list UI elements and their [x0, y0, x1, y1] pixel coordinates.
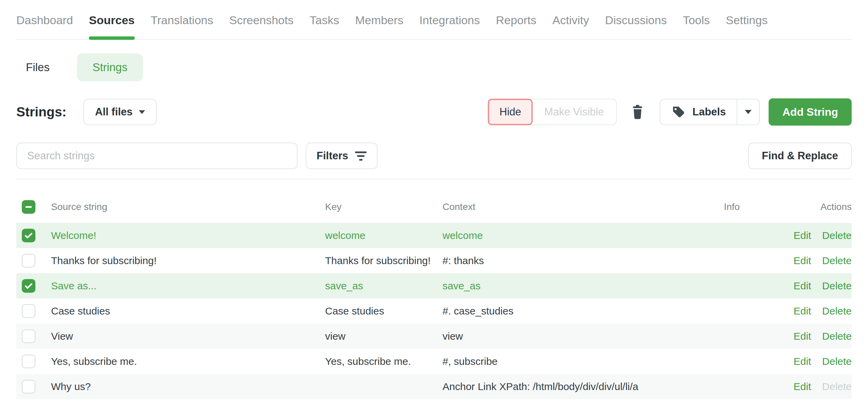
edit-link[interactable]: Edit [793, 255, 811, 266]
nav-screenshots[interactable]: Screenshots [229, 14, 293, 39]
table-header-row: Source string Key Context Info Actions [16, 179, 852, 223]
find-replace-button[interactable]: Find & Replace [748, 143, 852, 169]
cell-context: save_as [443, 280, 694, 292]
delete-strings-button[interactable] [630, 104, 645, 120]
edit-link[interactable]: Edit [793, 230, 811, 241]
cell-context: #, subscribe [443, 356, 694, 367]
row-checkbox[interactable] [22, 355, 35, 368]
filters-button-label: Filters [317, 150, 348, 162]
cell-source[interactable]: Yes, subscribe me. [51, 356, 325, 367]
table-row: Save as... save_as save_as Edit Delete [16, 273, 852, 298]
delete-link[interactable]: Delete [822, 230, 852, 241]
visibility-button-group: Hide Make Visible [488, 99, 617, 125]
table-row: View view view Edit Delete [16, 324, 852, 349]
nav-tasks[interactable]: Tasks [309, 14, 339, 39]
row-checkbox[interactable] [22, 254, 35, 268]
cell-context: #: thanks [443, 255, 694, 266]
cell-context: #. case_studies [443, 305, 694, 317]
row-checkbox[interactable] [22, 229, 35, 242]
labels-button[interactable]: Labels [660, 99, 737, 125]
header-actions: Actions [769, 201, 852, 212]
toolbar-actions: Hide Make Visible Labels [488, 98, 852, 126]
hide-button[interactable]: Hide [488, 99, 533, 125]
edit-link[interactable]: Edit [793, 356, 811, 367]
make-visible-button[interactable]: Make Visible [532, 99, 616, 125]
cell-source[interactable]: Thanks for subscribing! [51, 255, 325, 266]
cell-context: welcome [443, 230, 694, 241]
cell-key: Case studies [325, 305, 443, 317]
header-info: Info [694, 201, 769, 212]
delete-link[interactable]: Delete [822, 305, 852, 317]
cell-key: save_as [325, 280, 443, 292]
nav-integrations[interactable]: Integrations [419, 14, 480, 39]
chevron-down-icon [745, 110, 752, 114]
cell-source[interactable]: Case studies [51, 305, 325, 317]
edit-link[interactable]: Edit [793, 305, 811, 317]
cell-source[interactable]: Why us? [51, 381, 325, 392]
strings-page: Dashboard Sources Translations Screensho… [0, 0, 868, 399]
file-filter-dropdown[interactable]: All files [83, 99, 156, 125]
cell-key: Thanks for subscribing! [325, 255, 443, 266]
indeterminate-icon [23, 202, 34, 212]
table-row: Thanks for subscribing! Thanks for subsc… [16, 248, 852, 273]
nav-members[interactable]: Members [355, 14, 403, 39]
select-all-checkbox[interactable] [22, 200, 35, 214]
delete-link[interactable]: Delete [822, 255, 852, 266]
table-row: Case studies Case studies #. case_studie… [16, 298, 852, 324]
row-checkbox[interactable] [22, 329, 35, 343]
delete-link[interactable]: Delete [822, 330, 852, 342]
header-source-string[interactable]: Source string [51, 201, 325, 212]
cell-context: view [443, 330, 694, 342]
cell-key: view [325, 330, 443, 342]
header-key[interactable]: Key [325, 201, 443, 212]
strings-toolbar: Strings: All files Hide Make Visible [16, 98, 852, 126]
cell-key: welcome [325, 230, 443, 241]
search-input[interactable] [16, 143, 298, 169]
chevron-down-icon [139, 110, 145, 114]
nav-reports[interactable]: Reports [496, 14, 536, 39]
check-icon [23, 281, 34, 291]
tab-strings[interactable]: Strings [77, 53, 143, 81]
nav-activity[interactable]: Activity [552, 14, 589, 39]
edit-link[interactable]: Edit [793, 381, 811, 392]
strings-table: Source string Key Context Info Actions W… [16, 179, 852, 399]
header-checkbox-cell [16, 200, 51, 214]
cell-key: Yes, subscribe me. [325, 356, 443, 367]
table-row: Why us? Anchor Link XPath: /html/body/di… [16, 374, 852, 399]
filter-icon [355, 151, 367, 161]
cell-source[interactable]: Save as... [51, 280, 325, 292]
nav-translations[interactable]: Translations [151, 14, 213, 39]
labels-split-button: Labels [660, 99, 760, 125]
row-checkbox[interactable] [22, 304, 35, 318]
labels-dropdown-toggle[interactable] [737, 99, 759, 125]
tab-files[interactable]: Files [16, 61, 59, 74]
trash-icon [630, 104, 645, 120]
row-checkbox[interactable] [22, 279, 35, 293]
nav-dashboard[interactable]: Dashboard [16, 14, 73, 39]
project-nav: Dashboard Sources Translations Screensho… [16, 0, 852, 40]
search-row: Filters Find & Replace [16, 143, 852, 169]
sources-subtabs: Files Strings [16, 53, 852, 81]
add-string-button[interactable]: Add String [769, 98, 852, 126]
nav-discussions[interactable]: Discussions [605, 14, 667, 39]
delete-link[interactable]: Delete [822, 280, 852, 291]
cell-context: Anchor Link XPath: /html/body/div/div/ul… [443, 381, 694, 392]
labels-button-label: Labels [692, 106, 726, 118]
row-checkbox[interactable] [22, 380, 35, 393]
file-filter-label: All files [95, 106, 132, 118]
nav-settings[interactable]: Settings [726, 14, 768, 39]
filters-button[interactable]: Filters [306, 143, 377, 169]
cell-source[interactable]: Welcome! [51, 230, 325, 241]
page-title: Strings: [16, 104, 66, 119]
nav-tools[interactable]: Tools [683, 14, 710, 39]
tag-icon [671, 105, 686, 119]
check-icon [23, 230, 34, 241]
edit-link[interactable]: Edit [793, 280, 811, 291]
table-row: Welcome! welcome welcome Edit Delete [16, 223, 852, 248]
nav-sources[interactable]: Sources [89, 14, 134, 39]
table-row: Yes, subscribe me. Yes, subscribe me. #,… [16, 349, 852, 374]
cell-source[interactable]: View [51, 330, 325, 342]
delete-link[interactable]: Delete [822, 356, 852, 367]
header-context[interactable]: Context [443, 201, 694, 212]
edit-link[interactable]: Edit [793, 330, 811, 342]
